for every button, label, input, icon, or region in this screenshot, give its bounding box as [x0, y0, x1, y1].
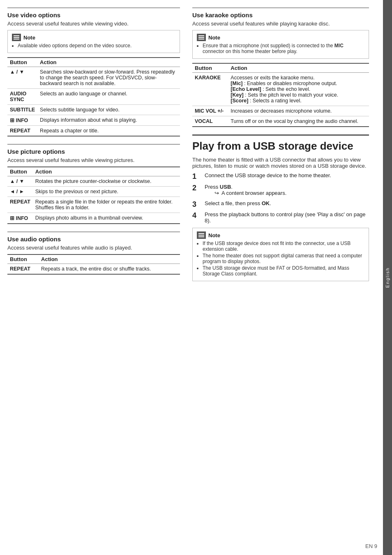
usb-section: Play from a USB storage device The home … [192, 134, 369, 281]
usb-steps-list: 1 Connect the USB storage device to the … [192, 172, 369, 224]
picture-btn-1: ◄ / ► [7, 187, 33, 197]
karaoke-action-0: Accesses or exits the karaoke menu. [Mic… [228, 73, 369, 106]
usb-note-line-1 [198, 233, 204, 234]
usb-section-desc: The home theater is fitted with a USB co… [192, 157, 369, 169]
table-row: ▲ / ▼ Searches slow-backward or slow-for… [7, 67, 180, 89]
usb-note-label: Note [208, 232, 220, 238]
picture-btn-2: REPEAT [7, 197, 33, 213]
arrow-icon: ↪ [214, 190, 219, 196]
video-options-note: Note Available video options depend on t… [7, 30, 180, 53]
usb-step-2-sub: ↪ A content browser appears. [214, 190, 286, 196]
video-action-1: Selects an audio language or channel. [37, 89, 180, 105]
karaoke-action-1: Increases or decreases microphone volume… [228, 106, 369, 116]
karaoke-note-item-0: Ensure that a microphone (not supplied) … [203, 43, 364, 54]
usb-note-header: Note [197, 231, 364, 239]
table-row: REPEAT Repeats a single file in the fold… [7, 197, 180, 213]
table-row: AUDIOSYNC Selects an audio language or c… [7, 89, 180, 105]
audio-options-title: Use audio options [7, 231, 180, 243]
picture-btn-3: ⊞ INFO [7, 213, 33, 224]
video-btn-3: ⊞ INFO [7, 115, 37, 126]
audio-table-col-action: Action [39, 254, 180, 264]
karaoke-note-icon-lines [198, 35, 204, 39]
picture-action-3: Displays photo albums in a thumbnail ove… [33, 213, 180, 224]
usb-note-icon [197, 231, 206, 239]
karaoke-table-col-action: Action [228, 63, 369, 73]
video-options-section: Use video options Access several useful … [7, 7, 180, 136]
table-row: ◄ / ► Skips to the previous or next pict… [7, 187, 180, 197]
usb-note-item-0: If the USB storage device does not fit i… [203, 240, 364, 252]
usb-note-item-2: The USB storage device must be FAT or DO… [203, 265, 364, 277]
note-line-2 [14, 37, 19, 38]
audio-action-0: Repeats a track, the entire disc or shuf… [39, 264, 180, 275]
video-action-2: Selects subtitle language for video. [37, 105, 180, 115]
usb-step-2-text: Press USB. [205, 184, 233, 190]
picture-options-table: Button Action ▲ / ▼ Rotates the picture … [7, 166, 180, 224]
right-column: Use karaoke options Access several usefu… [188, 7, 369, 548]
usb-step-4: 4 Press the playback buttons to control … [192, 211, 369, 224]
karaoke-note-text: Ensure that a microphone (not supplied) … [197, 43, 364, 54]
step-number-2: 2 [192, 184, 202, 193]
audio-options-table: Button Action REPEAT Repeats a track, th… [7, 254, 180, 275]
video-action-4: Repeats a chapter or title. [37, 126, 180, 136]
video-action-3: Displays information about what is playi… [37, 115, 180, 126]
picture-table-col-action: Action [33, 167, 180, 176]
usb-note-line-2 [198, 235, 204, 236]
karaoke-options-section: Use karaoke options Access several usefu… [192, 7, 369, 127]
karaoke-options-desc: Access several useful features while pla… [192, 21, 369, 27]
video-options-desc: Access several useful features while vie… [7, 21, 180, 27]
usb-step-3-text: Select a file, then press OK. [205, 200, 271, 206]
usb-step-2: 2 Press USB. ↪ A content browser appears… [192, 184, 369, 198]
video-note-item-0: Available video options depend on the vi… [18, 43, 175, 49]
table-row: ⊞ INFO Displays information about what i… [7, 115, 180, 126]
table-row: SUBTITLE Selects subtitle language for v… [7, 105, 180, 115]
karaoke-note-line-1 [198, 35, 204, 36]
video-btn-2: SUBTITLE [7, 105, 37, 115]
usb-step-3: 3 Select a file, then press OK. [192, 200, 369, 209]
video-btn-0: ▲ / ▼ [7, 67, 37, 89]
usb-note-text: If the USB storage device does not fit i… [197, 240, 364, 277]
karaoke-table-col-button: Button [192, 63, 228, 73]
audio-options-section: Use audio options Access several useful … [7, 231, 180, 275]
usb-step-1-text: Connect the USB storage device to the ho… [205, 172, 331, 178]
usb-note-icon-lines [198, 233, 204, 237]
karaoke-note-line-3 [198, 39, 204, 39]
video-action-0: Searches slow-backward or slow-forward. … [37, 67, 180, 89]
karaoke-note-icon [197, 34, 206, 41]
karaoke-action-2: Turns off or on the vocal by changing th… [228, 116, 369, 127]
usb-step-1: 1 Connect the USB storage device to the … [192, 172, 369, 181]
karaoke-btn-2: VOCAL [192, 116, 228, 127]
table-row: KARAOKE Accesses or exits the karaoke me… [192, 73, 369, 106]
karaoke-note-box: Note Ensure that a microphone (not suppl… [192, 30, 369, 59]
usb-step-2-sub-text: A content browser appears. [221, 190, 286, 196]
picture-options-desc: Access several useful features while vie… [7, 157, 180, 163]
audio-options-desc: Access several useful features while aud… [7, 245, 180, 251]
video-table-col-button: Button [7, 58, 37, 67]
video-table-col-action: Action [37, 58, 180, 67]
video-note-label: Note [23, 35, 35, 41]
note-line-3 [14, 39, 19, 39]
step-number-1: 1 [192, 172, 202, 181]
table-row: VOCAL Turns off or on the vocal by chang… [192, 116, 369, 127]
left-column: Use video options Access several useful … [7, 7, 188, 548]
note-icon [12, 34, 21, 41]
picture-options-title: Use picture options [7, 144, 180, 155]
usb-note-box: Note If the USB storage device does not … [192, 228, 369, 281]
picture-options-section: Use picture options Access several usefu… [7, 144, 180, 224]
content: Use video options Access several useful … [0, 0, 383, 555]
table-row: REPEAT Repeats a chapter or title. [7, 126, 180, 136]
karaoke-options-title: Use karaoke options [192, 7, 369, 18]
video-options-title: Use video options [7, 7, 180, 18]
table-row: ⊞ INFO Displays photo albums in a thumbn… [7, 213, 180, 224]
picture-table-col-button: Button [7, 167, 33, 176]
usb-step-4-text: Press the playback buttons to control pl… [205, 211, 369, 224]
karaoke-note-header: Note [197, 34, 364, 41]
table-row: MIC VOL +/- Increases or decreases micro… [192, 106, 369, 116]
video-options-table: Button Action ▲ / ▼ Searches slow-backwa… [7, 57, 180, 136]
page-number: EN 9 [365, 543, 377, 549]
table-row: REPEAT Repeats a track, the entire disc … [7, 264, 180, 275]
picture-action-2: Repeats a single file in the folder or r… [33, 197, 180, 213]
karaoke-note-line-2 [198, 37, 204, 38]
side-tab: English [383, 0, 392, 555]
video-note-text: Available video options depend on the vi… [12, 43, 175, 49]
page: English Use video options Access several… [0, 0, 392, 555]
